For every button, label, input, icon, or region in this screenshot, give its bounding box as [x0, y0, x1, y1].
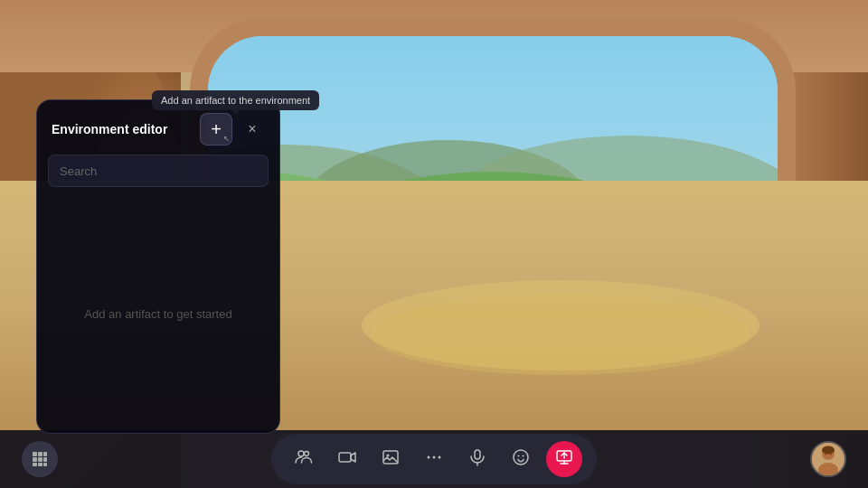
search-input[interactable]: [60, 164, 257, 178]
apps-grid-button[interactable]: [22, 441, 58, 477]
avatar-thumbnail: [812, 443, 844, 475]
close-panel-button[interactable]: ×: [240, 117, 265, 142]
toolbar-left: [22, 441, 58, 477]
svg-rect-40: [38, 457, 42, 462]
grid-icon: [32, 451, 48, 467]
mic-button[interactable]: [459, 441, 495, 477]
svg-point-64: [825, 454, 826, 455]
svg-rect-41: [43, 457, 47, 462]
svg-point-63: [822, 446, 835, 455]
svg-rect-42: [33, 463, 37, 466]
svg-point-35: [371, 294, 750, 375]
close-icon: ×: [248, 121, 256, 137]
mic-icon: [468, 448, 486, 470]
svg-point-57: [523, 455, 524, 457]
screen-share-icon: [555, 448, 573, 470]
svg-point-52: [439, 456, 441, 459]
more-dots-icon: [425, 448, 443, 470]
toolbar-center: [271, 434, 597, 484]
svg-rect-53: [475, 450, 480, 459]
svg-point-49: [387, 455, 390, 457]
svg-rect-36: [33, 452, 37, 456]
panel-header: Environment editor + ↖ ×: [37, 100, 279, 155]
svg-point-56: [518, 455, 520, 457]
add-artifact-button[interactable]: + ↖: [200, 113, 232, 145]
svg-point-65: [830, 454, 832, 455]
svg-rect-44: [43, 463, 47, 466]
panel-search-container: [48, 155, 269, 187]
gallery-icon: [382, 448, 400, 470]
plus-icon: +: [211, 120, 222, 138]
toolbar-right: [810, 441, 846, 477]
svg-point-46: [305, 452, 309, 456]
panel-empty-state: Add an artifact to get started: [37, 196, 279, 431]
svg-point-45: [298, 451, 304, 456]
svg-rect-37: [38, 452, 42, 456]
people-icon: [295, 448, 313, 470]
emoji-icon: [512, 448, 530, 470]
svg-rect-47: [339, 453, 351, 462]
gallery-button[interactable]: [373, 441, 409, 477]
user-avatar-button[interactable]: [810, 441, 846, 477]
svg-rect-48: [383, 451, 398, 464]
environment-editor-panel: Environment editor + ↖ × Add an artifact…: [36, 99, 280, 434]
panel-header-actions: + ↖ ×: [200, 113, 265, 145]
svg-rect-38: [43, 452, 47, 456]
camera-icon: [338, 448, 356, 470]
panel-title: Environment editor: [52, 122, 167, 136]
cursor-indicator: ↖: [223, 135, 230, 143]
screen-share-button[interactable]: [546, 441, 582, 477]
people-button[interactable]: [286, 441, 322, 477]
svg-rect-39: [33, 457, 37, 462]
toolbar: [0, 430, 868, 488]
svg-rect-43: [38, 463, 42, 466]
svg-point-51: [433, 456, 436, 459]
emoji-button[interactable]: [503, 441, 539, 477]
more-button[interactable]: [416, 441, 452, 477]
svg-point-50: [428, 456, 430, 459]
camera-button[interactable]: [329, 441, 365, 477]
empty-state-message: Add an artifact to get started: [84, 307, 231, 321]
